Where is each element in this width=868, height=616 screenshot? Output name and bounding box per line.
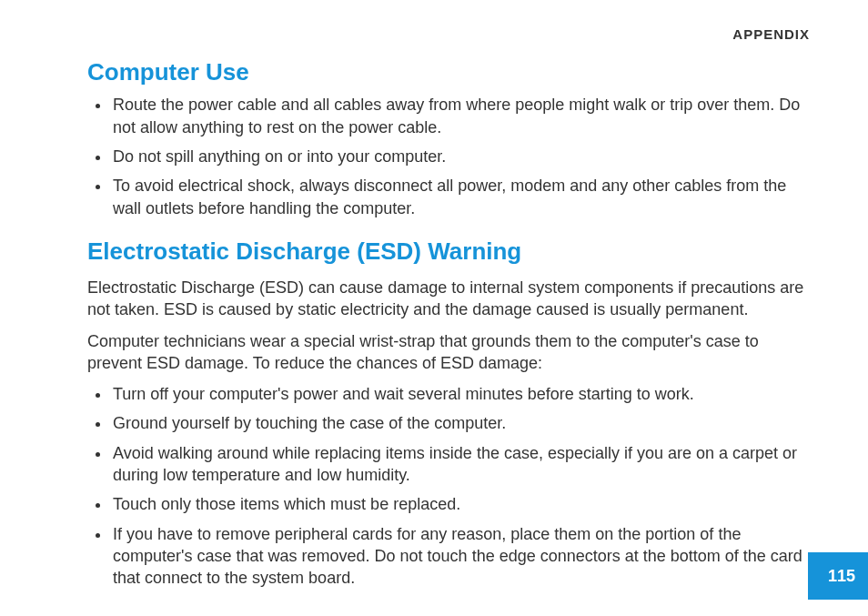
paragraph-esd-intro: Electrostatic Discharge (ESD) can cause …	[87, 277, 813, 321]
list-item: If you have to remove peripheral cards f…	[111, 523, 813, 590]
paragraph-esd-technicians: Computer technicians wear a special wris…	[87, 330, 813, 375]
list-item: Turn off your computer's power and wait …	[111, 383, 813, 405]
bullet-list-computer-use: Route the power cable and all cables awa…	[87, 94, 813, 218]
bullet-list-esd: Turn off your computer's power and wait …	[87, 383, 813, 589]
document-page: APPENDIX Computer Use Route the power ca…	[0, 0, 868, 616]
list-item: Route the power cable and all cables awa…	[111, 94, 813, 138]
appendix-header: APPENDIX	[87, 25, 813, 44]
section-heading-esd-warning: Electrostatic Discharge (ESD) Warning	[87, 236, 813, 268]
list-item: To avoid electrical shock, always discon…	[111, 175, 813, 219]
page-number-badge: 115	[808, 552, 868, 600]
section-heading-computer-use: Computer Use	[87, 56, 813, 88]
list-item: Do not spill anything on or into your co…	[111, 146, 813, 167]
list-item: Avoid walking around while replacing ite…	[111, 442, 813, 487]
list-item: Touch only those items which must be rep…	[111, 493, 813, 515]
list-item: Ground yourself by touching the case of …	[111, 412, 813, 434]
